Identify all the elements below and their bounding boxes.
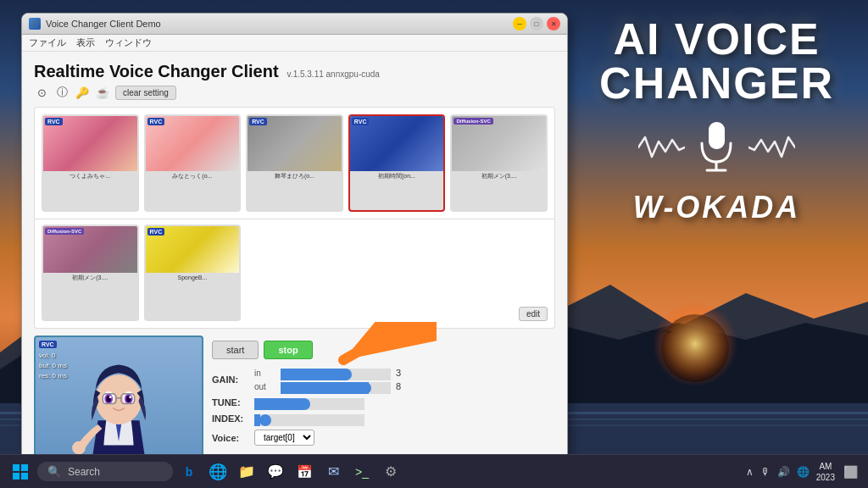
gain-in-slider[interactable] [281, 373, 391, 376]
voice-card-7[interactable]: RVC SpongeB... [144, 225, 242, 322]
taskbar-search[interactable]: 🔍 Search [37, 462, 173, 481]
svg-rect-31 [21, 473, 28, 480]
bottom-section: RVC vol: 0 buf: 0 ms res: 0 ms [34, 336, 555, 454]
edge-icon[interactable]: 🌐 [205, 459, 231, 485]
svg-point-6 [661, 314, 729, 382]
voice-label-5: 初期メン(3.... [452, 171, 546, 181]
github-icon[interactable]: ⊙ [34, 85, 49, 100]
stat-res: res: 0 ms [39, 371, 67, 381]
voice-badge-4: RVC [352, 118, 370, 125]
mic-area [638, 118, 795, 177]
voice-label-6: 初期メン(3.... [43, 273, 137, 283]
search-label: Search [68, 466, 100, 478]
mic-icon [693, 118, 740, 177]
gain-out-label: out [254, 382, 275, 391]
notification-button[interactable]: ⬜ [840, 463, 861, 480]
close-button[interactable]: ✕ [547, 17, 560, 30]
voice-label-3: 舞琴まひろ(o... [248, 171, 342, 181]
key-icon[interactable]: 🔑 [75, 85, 90, 100]
voice-grid-row2: Diffusion-SVC 初期メン(3.... RVC SpongeB... … [34, 219, 555, 330]
app-version: v.1.5.3.11 annxgpu-cuda [287, 69, 380, 79]
calendar-icon[interactable]: 📅 [292, 459, 317, 485]
voice-control: Voice: target[0] [212, 430, 555, 446]
start-button[interactable]: start [212, 341, 259, 359]
mail-icon[interactable]: ✉ [320, 459, 346, 485]
app-icon: 🎵 [29, 18, 41, 30]
svg-rect-25 [709, 122, 725, 149]
char-stats: vol: 0 buf: 0 ms res: 0 ms [39, 351, 67, 381]
info-icon[interactable]: ⓘ [54, 85, 70, 100]
app-window: 🎵 Voice Changer Client Demo ─ □ ✕ ファイル 表… [21, 13, 568, 454]
svg-rect-30 [13, 473, 19, 480]
stop-button[interactable]: stop [264, 341, 312, 359]
menu-bar: ファイル 表示 ウィンドウ [22, 35, 567, 52]
minimize-button[interactable]: ─ [513, 17, 526, 30]
voice-label-7: SpongeB... [146, 273, 240, 283]
clock-time: AM [816, 461, 835, 472]
voice-badge-3: RVC [249, 118, 267, 125]
clear-setting-button[interactable]: clear setting [115, 86, 176, 100]
index-control: INDEX: [212, 413, 555, 424]
wave-left [638, 133, 685, 163]
gain-out-value: 8 [396, 381, 413, 391]
tune-label: TUNE: [212, 397, 254, 408]
svg-rect-29 [21, 464, 28, 471]
voice-card-5[interactable]: Diffusion-SVC 初期メン(3.... [450, 114, 548, 212]
empty-slot-2 [348, 225, 446, 322]
voice-badge-2: RVC [147, 118, 165, 125]
title-bar: 🎵 Voice Changer Client Demo ─ □ ✕ [22, 14, 567, 35]
system-tray: ∧ 🎙 🔊 🌐 [744, 464, 811, 480]
gain-in-value: 3 [396, 368, 413, 378]
voice-card-6[interactable]: Diffusion-SVC 初期メン(3.... [42, 225, 139, 322]
menu-window[interactable]: ウィンドウ [105, 36, 152, 49]
terminal-icon[interactable]: >_ [349, 459, 375, 485]
bing-icon[interactable]: b [176, 459, 202, 485]
volume-icon[interactable]: 🔊 [776, 464, 792, 480]
window-title: Voice Changer Client Demo [46, 19, 161, 29]
gain-label: GAIN: [212, 374, 254, 385]
file-explorer-icon[interactable]: 📁 [234, 459, 259, 485]
taskbar-tray: ∧ 🎙 🔊 🌐 AM 2023 ⬜ [744, 461, 861, 483]
search-icon: 🔍 [47, 465, 61, 478]
voice-card-4[interactable]: RVC 初期時間[on... [348, 114, 446, 212]
voice-select[interactable]: target[0] [254, 430, 314, 446]
svg-point-19 [129, 396, 131, 398]
branding-line1: AI VOICE [599, 17, 834, 61]
system-clock[interactable]: AM 2023 [816, 461, 835, 483]
coffee-icon[interactable]: ☕ [95, 85, 110, 100]
voice-label-1: つくよみちゃ... [43, 171, 137, 181]
voice-label-2: みなとっく(o... [146, 171, 240, 181]
mic-tray-icon[interactable]: 🎙 [759, 464, 772, 480]
voice-card-1[interactable]: RVC つくよみちゃ... [42, 114, 139, 212]
svg-rect-28 [13, 464, 19, 471]
voice-badge-1: RVC [45, 118, 63, 125]
ctrl-buttons: start stop [212, 341, 555, 359]
clock-date: 2023 [816, 472, 835, 483]
index-label: INDEX: [212, 413, 254, 424]
gain-out-slider[interactable] [281, 386, 391, 390]
network-icon[interactable]: 🌐 [795, 464, 811, 480]
desktop-branding: AI VOICE CHANGER W-OKADA [599, 17, 834, 225]
branding-line2: CHANGER [599, 61, 834, 105]
chevron-up-icon[interactable]: ∧ [744, 464, 755, 480]
controls-panel: start stop GAIN: in 3 [212, 336, 555, 454]
tune-slider[interactable] [254, 402, 364, 406]
settings-icon[interactable]: ⚙ [378, 459, 403, 485]
maximize-button[interactable]: □ [530, 17, 543, 30]
stat-buf: buf: 0 ms [39, 361, 67, 371]
voice-badge-6: Diffusion-SVC [45, 228, 84, 235]
menu-file[interactable]: ファイル [29, 36, 66, 49]
voice-card-2[interactable]: RVC みなとっく(o... [144, 114, 242, 212]
index-slider[interactable] [254, 419, 364, 422]
svg-text:〜 〜 〜: 〜 〜 〜 [636, 326, 672, 338]
voice-card-3[interactable]: RVC 舞琴まひろ(o... [246, 114, 343, 212]
gain-in-label: in [254, 369, 275, 378]
app-header: Realtime Voice Changer Client v.1.5.3.11… [34, 62, 555, 100]
svg-point-18 [109, 396, 112, 398]
start-menu-button[interactable] [7, 458, 34, 485]
char-preview: RVC vol: 0 buf: 0 ms res: 0 ms [34, 336, 203, 454]
gain-control: GAIN: in 3 out [212, 368, 555, 391]
menu-view[interactable]: 表示 [76, 36, 95, 49]
edit-button[interactable]: edit [519, 307, 548, 321]
teams-icon[interactable]: 💬 [263, 459, 288, 485]
